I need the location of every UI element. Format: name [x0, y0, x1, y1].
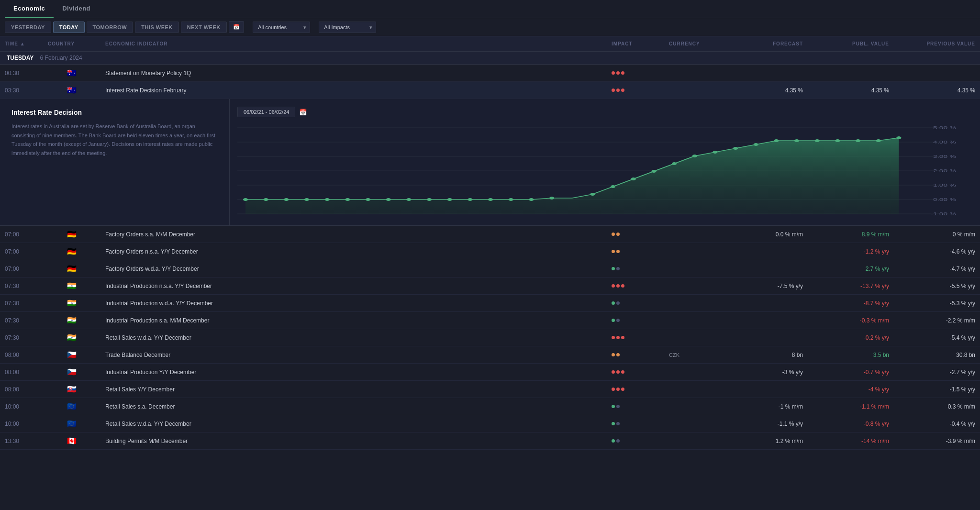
svg-point-37	[713, 151, 717, 154]
table-row[interactable]: 07:30 🇮🇳 Industrial Production n.s.a. Y/…	[0, 277, 980, 295]
filter-yesterday[interactable]: YESTERDAY	[5, 22, 51, 33]
table-row[interactable]: 07:30 🇮🇳 Retail Sales w.d.a. Y/Y Decembe…	[0, 329, 980, 346]
table-row[interactable]: 10:00 🇪🇺 Retail Sales w.d.a. Y/Y Decembe…	[0, 415, 980, 432]
col-currency: CURRENCY	[664, 39, 731, 48]
cell-prev-value: -5.4 % y/y	[894, 331, 980, 345]
svg-point-34	[651, 170, 656, 173]
cell-flag: 🇪🇺	[43, 398, 100, 415]
table-row[interactable]: 07:00 🇩🇪 Factory Orders w.d.a. Y/Y Decem…	[0, 260, 980, 277]
svg-point-19	[325, 198, 330, 201]
svg-point-43	[835, 139, 840, 142]
cell-publ-value: -0.7 % y/y	[808, 365, 894, 379]
table-row[interactable]: 07:30 🇮🇳 Industrial Production w.d.a. Y/…	[0, 295, 980, 312]
svg-point-45	[876, 139, 881, 142]
cell-flag: 🇦🇺	[43, 82, 100, 99]
dot-1	[612, 439, 615, 443]
table-row[interactable]: 13:30 🇨🇦 Building Permits M/M December 1…	[0, 432, 980, 450]
cell-impact	[607, 401, 664, 412]
tab-dividend[interactable]: Dividend	[54, 0, 99, 18]
cell-time: 07:30	[0, 296, 43, 310]
dot-1	[612, 405, 615, 408]
cell-time: 00:30	[0, 66, 43, 80]
impact-dots	[612, 422, 659, 425]
cell-publ-value: -0.3 % m/m	[808, 313, 894, 328]
cell-time: 03:30	[0, 83, 43, 98]
table-row[interactable]: 07:00 🇩🇪 Factory Orders n.s.a. Y/Y Decem…	[0, 243, 980, 260]
cell-time: 07:30	[0, 279, 43, 293]
dot-1	[612, 71, 615, 75]
date-range-btn[interactable]: 06/02/21 - 06/02/24	[237, 107, 295, 117]
cell-indicator: Building Permits M/M December	[100, 434, 607, 448]
cell-indicator: Industrial Production s.a. M/M December	[100, 313, 607, 328]
expanded-panel: Interest Rate Decision Interest rates in…	[0, 99, 980, 226]
impact-dots	[612, 319, 659, 322]
cell-publ-value: 2.7 % y/y	[808, 262, 894, 276]
calendar-icon[interactable]: 📅	[299, 109, 307, 116]
impact-select[interactable]: All Impacts Low Medium High	[319, 22, 376, 33]
dot-2	[616, 353, 620, 356]
cell-forecast: -3 % y/y	[731, 365, 808, 379]
cell-publ-value: -4 % y/y	[808, 382, 894, 397]
dot-3	[621, 89, 624, 92]
table-row[interactable]: 00:30 🇦🇺 Statement on Monetary Policy 1Q	[0, 65, 980, 82]
cell-currency	[664, 317, 731, 324]
impact-dots	[612, 233, 659, 236]
cell-indicator: Retail Sales Y/Y December	[100, 382, 607, 397]
country-select[interactable]: All countries United States European Uni…	[253, 22, 310, 33]
dot-1	[612, 388, 615, 391]
svg-point-28	[509, 198, 513, 201]
cell-forecast	[731, 299, 808, 307]
dot-3	[621, 284, 624, 288]
filter-calendar[interactable]: 📅	[229, 21, 245, 33]
tab-economic[interactable]: Economic	[5, 0, 54, 18]
impact-dots-high	[612, 89, 659, 92]
dot-2	[616, 233, 620, 236]
cell-indicator: Trade Balance December	[100, 348, 607, 362]
cell-prev-value: -3.9 % m/m	[894, 434, 980, 448]
expanded-title: Interest Rate Decision	[11, 109, 218, 116]
day-date: 6 February 2024	[40, 55, 82, 61]
cell-indicator: Industrial Production Y/Y December	[100, 365, 607, 379]
svg-point-46	[896, 136, 901, 139]
cell-prev-value: -5.3 % y/y	[894, 296, 980, 310]
day-name: TUESDAY	[7, 55, 33, 61]
table-row[interactable]: 07:00 🇩🇪 Factory Orders s.a. M/M Decembe…	[0, 226, 980, 243]
cell-forecast	[731, 317, 808, 324]
cell-prev-value: -5.5 % y/y	[894, 279, 980, 293]
cell-indicator: Retail Sales w.d.a. Y/Y December	[100, 417, 607, 431]
impact-select-wrapper: All Impacts Low Medium High	[312, 22, 376, 33]
impact-dots	[612, 439, 659, 443]
col-impact: IMPACT	[607, 39, 664, 48]
svg-point-31	[590, 193, 595, 196]
cell-indicator: Statement on Monetary Policy 1Q	[100, 66, 607, 80]
chart-container: 5.00 % 4.00 % 3.00 % 2.00 % 1.00 % 0.00 …	[237, 122, 972, 218]
table-row[interactable]: 08:00 🇸🇰 Retail Sales Y/Y December -4 % …	[0, 381, 980, 398]
svg-point-41	[794, 139, 799, 142]
filter-today[interactable]: TODAY	[53, 22, 85, 33]
dot-2	[616, 319, 620, 322]
impact-dots	[612, 250, 659, 253]
date-range-selector: 06/02/21 - 06/02/24 📅	[237, 107, 972, 117]
interest-rate-chart: 5.00 % 4.00 % 3.00 % 2.00 % 1.00 % 0.00 …	[237, 122, 972, 218]
dot-2	[616, 250, 620, 253]
svg-point-26	[468, 198, 472, 201]
filter-tomorrow[interactable]: TOMORROW	[87, 22, 134, 33]
impact-dots	[612, 336, 659, 339]
table-row[interactable]: 07:30 🇮🇳 Industrial Production s.a. M/M …	[0, 312, 980, 329]
filter-this-week[interactable]: THIS WEEK	[135, 22, 179, 33]
svg-point-29	[529, 198, 534, 201]
table-row[interactable]: 08:00 🇨🇿 Industrial Production Y/Y Decem…	[0, 364, 980, 381]
table-row[interactable]: 03:30 🇦🇺 Interest Rate Decision February…	[0, 82, 980, 99]
dot-3	[621, 388, 624, 391]
dot-1	[612, 370, 615, 374]
svg-point-25	[447, 198, 452, 201]
dot-1	[612, 267, 615, 270]
table-row[interactable]: 10:00 🇪🇺 Retail Sales s.a. December -1 %…	[0, 398, 980, 415]
svg-point-42	[815, 139, 820, 142]
day-header: TUESDAY 6 February 2024	[0, 52, 980, 65]
filter-next-week[interactable]: NEXT WEEK	[181, 22, 227, 33]
cell-forecast: -1 % m/m	[731, 399, 808, 414]
col-prev-value: PREVIOUS VALUE	[894, 39, 980, 48]
table-row[interactable]: 08:00 🇨🇿 Trade Balance December CZK 8 bn…	[0, 346, 980, 364]
cell-prev-value: -0.4 % y/y	[894, 417, 980, 431]
